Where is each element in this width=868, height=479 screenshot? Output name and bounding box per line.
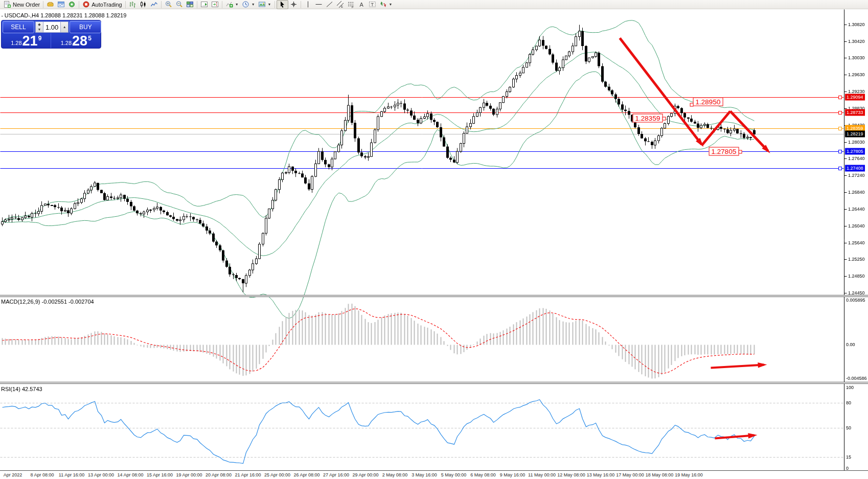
price-level-badge: 1.27408 [845, 165, 865, 172]
equidistant-channel-icon: E [336, 1, 344, 8]
time-tick-label: 19 May 16:00 [675, 472, 703, 477]
chart-canvas[interactable] [0, 9, 868, 470]
indicator-axis-label: 0.005895 [846, 298, 865, 303]
trendline-icon [326, 1, 333, 8]
price-tick-label: 1.25640 [848, 240, 865, 245]
new-order-button[interactable]: New Order [2, 1, 41, 9]
cursor-tool-button[interactable] [277, 0, 288, 9]
main-toolbar: New Order AutoTrading ▼ ▼ ▼ E F A T ▼ [0, 0, 868, 9]
fibonacci-tool-button[interactable]: F [346, 1, 356, 9]
price-callout[interactable]: 1.28359 [633, 114, 663, 123]
time-tick-label: 27 Apr 16:00 [323, 472, 349, 477]
time-tick-label: 6 May 08:00 [470, 472, 496, 477]
price-callout[interactable]: 1.27805 [709, 147, 739, 156]
chart-shift-button[interactable] [210, 1, 220, 9]
time-tick-label: 12 May 08:00 [557, 472, 585, 477]
sell-price-display[interactable]: 1.28219 [2, 33, 51, 48]
time-axis[interactable]: Apr 20228 Apr 08:0011 Apr 16:0013 Apr 00… [0, 471, 868, 479]
candlestick-button[interactable] [138, 1, 149, 9]
channel-tool-button[interactable]: E [335, 1, 346, 9]
macd-header: MACD(12,26,9) -0.002551 -0.002704 [1, 299, 94, 305]
time-tick-label: 17 May 00:00 [616, 472, 644, 477]
time-tick-label: 25 Apr 00:00 [264, 472, 290, 477]
time-tick-label: 11 May 00:00 [528, 472, 556, 477]
crosshair-icon [290, 1, 298, 8]
volume-up-button[interactable]: ▲ [60, 21, 68, 33]
text-label-icon: T [369, 1, 376, 8]
bar-chart-button[interactable] [127, 1, 138, 9]
indicators-icon [225, 1, 233, 8]
time-tick-label: Apr 2022 [4, 472, 22, 477]
separator [275, 1, 275, 8]
chart-window-icon: ▪ [2, 14, 3, 18]
signals-button[interactable] [66, 1, 77, 9]
bar-chart-icon [129, 1, 136, 8]
time-tick-label: 13 Apr 00:00 [88, 472, 114, 477]
separator [222, 1, 222, 8]
line-chart-button[interactable] [149, 1, 159, 9]
text-label-tool-button[interactable]: T [367, 1, 378, 9]
terminal-button[interactable] [56, 1, 66, 9]
volume-stepper: ◆▼ 1.00 ▲ [35, 21, 68, 33]
volume-down-button[interactable]: ◆▼ [35, 21, 43, 33]
buy-price-display[interactable]: 1.28285 [52, 33, 101, 48]
time-tick-label: 15 Apr 16:00 [147, 472, 173, 477]
autotrading-button[interactable]: AutoTrading [81, 1, 124, 9]
price-level-badge: 1.28219 [845, 131, 865, 138]
indicator-axis-label: 50 [846, 425, 851, 430]
new-order-icon [4, 1, 11, 8]
arrows-tool-button[interactable]: ▼ [378, 1, 394, 9]
callout-anchor [662, 117, 666, 120]
crosshair-tool-button[interactable] [288, 1, 299, 9]
svg-text:E: E [341, 5, 343, 8]
price-tick-label: 1.30030 [848, 55, 865, 60]
indicator-axis-label: 0.00 [846, 342, 855, 347]
periods-icon [242, 1, 249, 8]
price-level-badge: 1.27805 [845, 148, 865, 155]
candlestick-icon [140, 1, 147, 8]
zoom-out-button[interactable] [174, 1, 185, 9]
price-tick-label: 1.26040 [848, 223, 865, 229]
volume-input[interactable]: 1.00 [43, 21, 60, 33]
panel-separator[interactable] [0, 382, 868, 384]
arrow-objects-icon [379, 1, 387, 8]
autotrading-icon [82, 1, 90, 8]
chart-title: ▪USDCAD-,H4 1.28088 1.28231 1.28088 1.28… [2, 12, 126, 18]
sell-button[interactable]: SELL [3, 21, 34, 33]
dropdown-caret: ▼ [389, 3, 393, 6]
time-tick-label: 11 Apr 16:00 [59, 472, 84, 477]
dropdown-caret: ▼ [252, 3, 255, 6]
vertical-line-tool-button[interactable] [303, 1, 313, 9]
price-tick-label: 1.30820 [848, 22, 865, 27]
separator [161, 1, 162, 8]
time-tick-label: 19 Apr 00:00 [176, 472, 202, 477]
mt-terminal-window: { "toolbar": { "new_order_label": "New O… [0, 0, 868, 479]
tile-windows-button[interactable] [185, 1, 195, 9]
buy-button[interactable]: BUY [70, 21, 101, 33]
cursor-icon [279, 1, 286, 8]
periods-button[interactable]: ▼ [240, 1, 257, 9]
zoom-in-button[interactable] [163, 1, 174, 9]
separator [197, 1, 197, 8]
text-tool-button[interactable]: A [356, 1, 367, 9]
time-tick-label: 26 Apr 08:00 [293, 472, 319, 477]
price-tick-label: 1.29630 [848, 72, 865, 77]
trendline-tool-button[interactable] [324, 1, 335, 9]
time-tick-label: 14 Apr 08:00 [117, 472, 143, 477]
price-callout[interactable]: 1.28950 [693, 98, 723, 106]
templates-button[interactable]: ▼ [257, 1, 273, 9]
auto-scroll-button[interactable] [199, 1, 210, 9]
templates-icon [258, 1, 266, 8]
dropdown-caret: ▼ [268, 3, 271, 6]
text-icon: A [358, 1, 366, 8]
horizontal-line-tool-button[interactable] [313, 1, 324, 9]
price-tick-label: 1.25250 [848, 257, 865, 262]
time-tick-label: 13 May 16:00 [587, 472, 615, 477]
panel-separator[interactable] [0, 295, 868, 297]
price-tick-label: 1.27640 [848, 156, 865, 161]
horizontal-line-icon [315, 1, 323, 8]
indicators-button[interactable]: ▼ [224, 1, 240, 9]
metaeditor-button[interactable] [45, 1, 56, 9]
time-tick-label: 9 May 16:00 [500, 472, 526, 477]
line-chart-icon [150, 1, 158, 8]
